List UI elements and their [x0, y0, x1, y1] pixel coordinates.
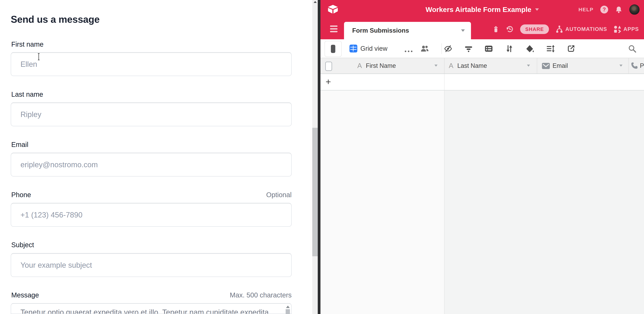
message-label: Message	[11, 291, 39, 299]
topbar-right-cluster: HELP ?	[578, 0, 640, 19]
form-pane: Send us a message First name Last name E…	[0, 0, 312, 314]
add-row[interactable]: +	[320, 74, 644, 91]
filter-icon[interactable]	[464, 45, 473, 53]
toolbar-separator	[442, 43, 442, 54]
viewbar-right-cluster: SHARE AUTOMATIONS	[492, 19, 639, 39]
sort-icon[interactable]	[505, 45, 514, 53]
view-toolbar: Grid view	[320, 39, 644, 58]
select-all-checkbox[interactable]	[325, 62, 332, 71]
message-maxchars-hint: Max. 500 characters	[230, 291, 292, 299]
hide-fields-icon[interactable]	[444, 45, 452, 53]
menu-icon[interactable]	[330, 26, 338, 32]
automations-icon	[556, 25, 563, 33]
first-name-input[interactable]	[11, 52, 292, 76]
text-field-icon: A	[449, 62, 454, 70]
column-divider[interactable]	[444, 58, 444, 74]
chevron-down-icon[interactable]	[620, 65, 622, 67]
tab-form-submissions[interactable]: Form Submissions	[344, 22, 471, 39]
group-icon[interactable]	[484, 45, 493, 53]
grid-body	[320, 91, 644, 314]
base-title: Workers Airtable Form Example	[426, 6, 532, 14]
chevron-down-icon	[535, 8, 539, 11]
chevron-down-icon	[461, 29, 465, 32]
email-label: Email	[11, 141, 28, 148]
column-divider	[444, 91, 444, 314]
chevron-down-icon[interactable]	[527, 65, 530, 67]
email-field-icon	[542, 63, 550, 69]
screen: Send us a message First name Last name E…	[0, 0, 644, 314]
first-name-label: First name	[11, 41, 44, 48]
airtable-viewbar: Form Submissions SHARE	[320, 19, 644, 39]
bell-icon[interactable]	[615, 6, 622, 14]
column-divider	[444, 74, 444, 90]
phone-field-icon	[630, 62, 638, 70]
subject-input[interactable]	[11, 253, 292, 277]
chevron-down-icon[interactable]	[434, 65, 438, 67]
text-field-icon: A	[357, 62, 362, 70]
column-header-last-name[interactable]: Last Name	[457, 62, 487, 69]
column-divider[interactable]	[628, 58, 629, 74]
grid-column-headers: A First Name A Last Name Email P	[320, 58, 644, 74]
share-button[interactable]: SHARE	[520, 25, 549, 34]
avatar[interactable]	[629, 5, 640, 15]
grid-body-primary-column	[320, 91, 444, 314]
phone-input[interactable]	[11, 203, 292, 227]
question-badge-icon[interactable]: ?	[600, 6, 608, 14]
share-view-icon[interactable]	[567, 45, 575, 53]
apps-icon	[614, 25, 622, 33]
airtable-topbar: Workers Airtable Form Example HELP ?	[320, 0, 644, 19]
apps-button[interactable]: APPS	[614, 25, 639, 33]
help-button[interactable]: HELP	[578, 7, 594, 13]
sidebar-toggle-icon	[331, 45, 335, 53]
scroll-up-arrow-icon[interactable]	[314, 1, 317, 3]
textarea-scroll-up-icon[interactable]	[286, 306, 290, 308]
textarea-scrollbar-thumb[interactable]	[286, 309, 290, 314]
more-options-icon[interactable]	[405, 51, 412, 52]
page-scrollbar-thumb[interactable]	[312, 128, 318, 256]
column-header-first-name[interactable]: First Name	[366, 62, 396, 69]
collaborators-icon[interactable]	[420, 45, 429, 53]
last-name-label: Last name	[11, 91, 43, 98]
history-icon[interactable]	[506, 25, 514, 33]
column-divider[interactable]	[537, 58, 537, 74]
window-divider	[318, 0, 320, 314]
column-header-email[interactable]: Email	[552, 62, 568, 69]
row-height-icon[interactable]	[546, 45, 554, 53]
phone-optional-hint: Optional	[266, 191, 292, 199]
message-textarea[interactable]: Tenetur optio quaerat expedita vero et i…	[11, 303, 292, 314]
trash-icon[interactable]	[492, 25, 499, 33]
tab-label: Form Submissions	[352, 27, 461, 34]
add-row-plus[interactable]: +	[326, 76, 331, 87]
form-title: Send us a message	[11, 14, 100, 25]
grid-view-button[interactable]: Grid view	[350, 39, 387, 58]
column-header-phone[interactable]: P	[640, 62, 644, 69]
phone-label: Phone	[11, 191, 31, 199]
airtable-pane: Workers Airtable Form Example HELP ? For…	[320, 0, 644, 314]
sidebar-toggle-button[interactable]	[324, 41, 342, 57]
email-input[interactable]	[11, 153, 292, 176]
view-name: Grid view	[360, 45, 387, 52]
automations-button[interactable]: AUTOMATIONS	[556, 25, 607, 33]
grid-view-icon	[350, 45, 357, 53]
color-icon[interactable]	[526, 45, 534, 53]
subject-label: Subject	[11, 241, 34, 249]
text-cursor-icon	[37, 53, 40, 61]
last-name-input[interactable]	[11, 103, 292, 126]
search-icon[interactable]	[628, 45, 636, 53]
